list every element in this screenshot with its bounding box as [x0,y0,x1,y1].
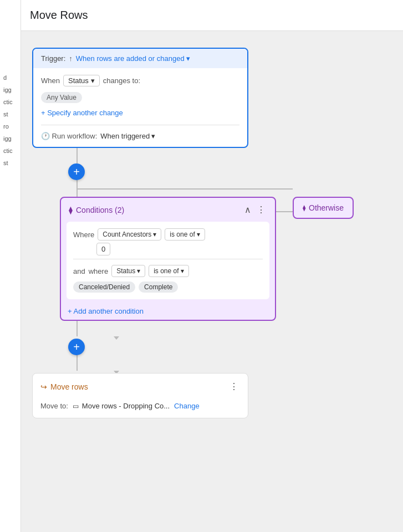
chevron-field2: ▾ [137,267,140,275]
connector-3 [32,321,392,336]
upload-icon: ↑ [69,54,73,63]
add-condition-text: + Add another condition [68,307,144,315]
otherwise-card: ⧫ Otherwise [293,197,354,219]
chevron-op1: ▾ [197,231,200,238]
otherwise-filter-icon: ⧫ [303,204,305,212]
value1-container: 0 [96,245,263,253]
chevron-op2: ▾ [181,267,184,275]
sidebar-item-3: ctic [0,96,21,108]
trigger-divider [41,125,239,125]
conditions-title: ⧫ Conditions (2) [69,206,124,214]
chevron-down-icon: ▾ [186,54,190,63]
connector-2 [32,180,392,197]
collapse-icon: ∧ [244,204,251,215]
plus-icon-1: + [73,166,80,178]
sidebar-item-5: ro [0,121,21,132]
where-label-2: where [89,267,108,275]
field2-text: Status [116,267,135,275]
v-line-3 [76,321,78,336]
otherwise-label: Otherwise [309,203,344,212]
field2-chip[interactable]: Status ▾ [111,265,145,277]
add-condition-link[interactable]: + Add another condition [61,305,275,320]
page-title-bar: Move Rows [21,0,403,31]
move-rows-title: ↪ Move rows [40,382,88,391]
chevron-down-icon-status: ▾ [91,76,95,85]
move-rows-card: ↪ Move rows ⋮ Move to: ▭ Move rows - Dro… [32,373,248,418]
condition-1-row: Where Count Ancestors ▾ is one of ▾ [73,228,263,241]
dots-icon: ⋮ [257,204,266,215]
move-rows-body: Move to: ▭ Move rows - Dropping Co... Ch… [33,400,248,418]
and-label: and [73,267,85,275]
tag-canceled-denied: Canceled/Denied [73,282,135,293]
v-line-1 [76,148,78,163]
specify-another-change-link[interactable]: + Specify another change [41,109,239,117]
connector-4 [32,355,392,371]
branch-row: ⧫ Conditions (2) ∧ ⋮ Whe [32,197,392,321]
operator2-text: is one of [154,267,178,275]
run-workflow-value-button[interactable]: When triggered ▾ [100,132,155,140]
conditions-header: ⧫ Conditions (2) ∧ ⋮ [61,198,275,222]
destination-text: Move rows - Dropping Co... [82,402,170,410]
page-title: Move Rows [30,9,392,22]
move-to-label: Move to: [40,402,68,410]
change-destination-link[interactable]: Change [174,402,200,410]
collapse-button[interactable]: ∧ [243,203,252,216]
tag-complete: Complete [139,282,178,293]
operator1-chip[interactable]: is one of ▾ [165,228,205,241]
trigger-value-text: When rows are added or changed [76,54,185,63]
move-to-row: Move to: ▭ Move rows - Dropping Co... Ch… [40,402,240,410]
move-rows-dots-icon: ⋮ [229,381,239,392]
sidebar-item-4: st [0,109,21,120]
any-value-badge: Any Value [41,92,239,109]
plus-icon-2: + [73,341,80,354]
cond-divider [73,259,263,259]
sidebar-item-6: igg [0,133,21,144]
trigger-body: When Status ▾ changes to: Any Value + Sp… [33,68,247,147]
when-row: When Status ▾ changes to: [41,75,239,86]
h-line-branch [76,188,293,190]
operator1-text: is one of [170,231,195,238]
run-workflow-row: 🕐 Run workflow: When triggered ▾ [41,132,239,140]
trigger-value-button[interactable]: When rows are added or changed ▾ [76,54,190,63]
trigger-header: Trigger: ↑ When rows are added or change… [33,49,247,68]
sidebar-cutoff: d igg ctic st ro igg ctic st [0,0,21,532]
add-step-button-2[interactable]: + [68,339,85,355]
field1-chip[interactable]: Count Ancestors ▾ [98,228,161,241]
v-line-4 [76,355,78,371]
sheet-icon: ▭ [73,402,79,410]
move-rows-header: ↪ Move rows ⋮ [33,374,248,400]
value1-box[interactable]: 0 [96,243,110,255]
conditions-menu-button[interactable]: ⋮ [256,203,267,216]
where-label: Where [73,231,94,239]
conditions-actions: ∧ ⋮ [243,203,267,216]
add-step-button-1[interactable]: + [68,163,85,180]
conditions-card: ⧫ Conditions (2) ∧ ⋮ Whe [60,197,276,321]
changes-to-label: changes to: [103,76,140,85]
move-rows-icon: ↪ [40,382,47,391]
conditions-title-text: Conditions (2) [76,206,124,214]
condition-2-row: and where Status ▾ is one of ▾ [73,265,263,277]
chevron-field1: ▾ [153,231,156,238]
status-field-text: Status [68,76,89,85]
run-workflow-value-text: When triggered [100,132,150,140]
move-rows-menu-button[interactable]: ⋮ [228,380,240,393]
operator2-chip[interactable]: is one of ▾ [149,265,188,277]
status-field-chip[interactable]: Status ▾ [63,75,100,86]
move-to-value: ▭ Move rows - Dropping Co... [73,402,170,410]
plus-row-2: + [32,339,392,355]
connector-1 [32,148,392,163]
trigger-label: Trigger: [41,54,65,63]
condition-1-body: Where Count Ancestors ▾ is one of ▾ 0 [67,222,269,299]
sidebar-item-7: ctic [0,145,21,156]
sidebar-item-2: igg [0,84,21,95]
run-workflow-label: 🕐 Run workflow: [41,132,97,140]
h-connector-otherwise [276,211,293,212]
when-label: When [41,76,60,85]
plus-row-1: + [32,163,392,180]
chevron-down-icon-rw: ▾ [151,132,155,140]
field1-text: Count Ancestors [103,231,151,238]
trigger-card: Trigger: ↑ When rows are added or change… [32,48,248,148]
sidebar-item-8: st [0,157,21,168]
tags-row: Canceled/Denied Complete [73,282,263,293]
filter-icon: ⧫ [69,206,73,214]
